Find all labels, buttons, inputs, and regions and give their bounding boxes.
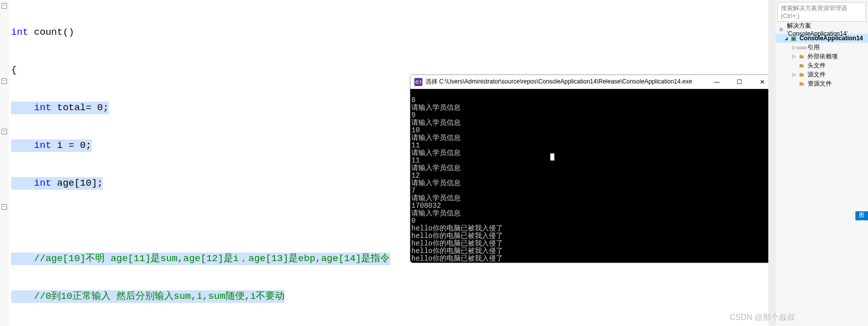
editor-scrollbar[interactable] bbox=[768, 0, 776, 326]
expand-arrow-icon[interactable]: ▷ bbox=[792, 54, 798, 59]
maximize-button[interactable]: ☐ bbox=[728, 75, 751, 89]
console-app-icon: C:\ bbox=[414, 78, 422, 86]
folder-icon: 🖿 bbox=[798, 53, 806, 60]
folder-icon: 🖿 bbox=[798, 80, 806, 87]
fold-toggle[interactable]: − bbox=[2, 129, 7, 134]
project-node[interactable]: ◢ ▣ ConsoleApplication14 bbox=[775, 34, 868, 43]
solution-tree[interactable]: ⧈ 解决方案 'ConsoleApplication14' ◢ ▣ Consol… bbox=[775, 24, 868, 89]
headers-node[interactable]: 🖿 头文件 bbox=[775, 61, 868, 70]
sources-node[interactable]: ▷ 🖿 源文件 bbox=[775, 70, 868, 79]
fold-toggle[interactable]: − bbox=[2, 78, 7, 84]
references-label: 引用 bbox=[808, 43, 820, 52]
folder-icon: 🖿 bbox=[798, 71, 806, 78]
side-tool-button[interactable]: 图 扶 bbox=[855, 211, 868, 220]
sources-label: 源文件 bbox=[808, 70, 826, 79]
expand-arrow-icon[interactable]: ◢ bbox=[784, 36, 789, 41]
code-editor[interactable]: − − − − int count() { int total= 0; int … bbox=[0, 0, 408, 326]
watermark-text: CSDN @那个叔叔 bbox=[730, 312, 795, 323]
console-title: 选择 C:\Users\Administrator\source\repos\C… bbox=[425, 77, 705, 86]
console-titlebar[interactable]: C:\ 选择 C:\Users\Administrator\source\rep… bbox=[410, 75, 773, 89]
console-window[interactable]: C:\ 选择 C:\Users\Administrator\source\rep… bbox=[410, 74, 774, 263]
console-cursor bbox=[550, 153, 554, 160]
console-output[interactable]: 8 请输入学员信息 9 请输入学员信息 10 请输入学员信息 11 请输入学员信… bbox=[410, 89, 773, 263]
fold-toggle[interactable]: − bbox=[2, 204, 7, 210]
code-body[interactable]: int count() { int total= 0; int i = 0; i… bbox=[0, 1, 408, 326]
external-deps-label: 外部依赖项 bbox=[808, 52, 838, 61]
solution-search-input[interactable]: 搜索解决方案资源管理器(Ctrl+;) bbox=[777, 2, 866, 22]
fold-toggle[interactable]: − bbox=[2, 3, 7, 9]
external-deps-node[interactable]: ▷ 🖿 外部依赖项 bbox=[775, 52, 868, 61]
solution-icon: ⧈ bbox=[777, 26, 785, 33]
solution-node[interactable]: ⧈ 解决方案 'ConsoleApplication14' bbox=[775, 25, 868, 34]
reference-icon: ▭▭ bbox=[798, 44, 806, 51]
project-label: ConsoleApplication14 bbox=[800, 35, 863, 42]
folder-icon: 🖿 bbox=[798, 62, 806, 69]
headers-label: 头文件 bbox=[808, 61, 826, 70]
references-node[interactable]: ▷ ▭▭ 引用 bbox=[775, 43, 868, 52]
solution-explorer[interactable]: 搜索解决方案资源管理器(Ctrl+;) ⧈ 解决方案 'ConsoleAppli… bbox=[775, 0, 868, 326]
project-icon: ▣ bbox=[789, 35, 798, 42]
minimize-button[interactable]: — bbox=[705, 75, 728, 89]
fold-gutter: − − − − bbox=[0, 0, 9, 326]
expand-arrow-icon[interactable]: ▷ bbox=[792, 72, 798, 77]
resources-label: 资源文件 bbox=[808, 79, 832, 88]
resources-node[interactable]: 🖿 资源文件 bbox=[775, 79, 868, 88]
